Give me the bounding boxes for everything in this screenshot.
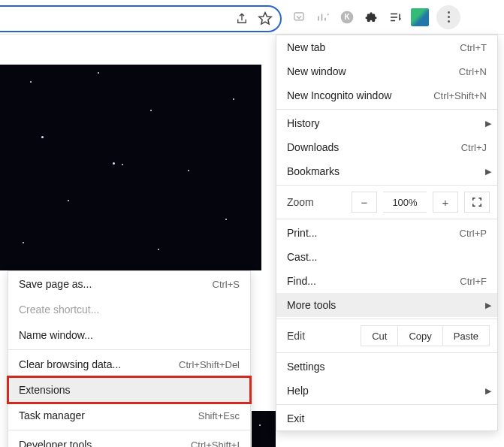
- menu-label: New window: [287, 65, 459, 77]
- menu-print[interactable]: Print... Ctrl+P: [276, 221, 497, 245]
- extension-stats-icon[interactable]: [315, 9, 331, 26]
- menu-label: Name window...: [19, 329, 240, 341]
- menu-new-tab[interactable]: New tab Ctrl+T: [276, 35, 497, 59]
- extension-k-icon[interactable]: K: [339, 9, 355, 26]
- chevron-right-icon: ▶: [485, 119, 491, 128]
- submenu-name-window[interactable]: Name window...: [8, 322, 250, 348]
- zoom-in-button[interactable]: +: [433, 192, 458, 213]
- menu-downloads[interactable]: Downloads Ctrl+J: [276, 135, 497, 159]
- zoom-out-button[interactable]: −: [352, 192, 377, 213]
- menu-label: New Incognito window: [287, 89, 433, 101]
- page-content-strip: [252, 411, 276, 447]
- menu-label: Developer tools: [19, 439, 191, 447]
- menu-zoom-row: Zoom − 100% +: [276, 187, 497, 217]
- menu-shortcut: Ctrl+J: [461, 142, 487, 153]
- menu-label: Create shortcut...: [19, 304, 240, 316]
- menu-shortcut: Ctrl+S: [213, 279, 240, 290]
- fullscreen-button[interactable]: [464, 192, 490, 213]
- menu-edit-row: Edit Cut Copy Paste: [276, 321, 497, 351]
- zoom-value: 100%: [383, 192, 427, 213]
- omnibox[interactable]: [0, 5, 282, 32]
- menu-label: Cast...: [287, 251, 487, 263]
- svg-text:K: K: [344, 13, 350, 21]
- menu-label: Extensions: [19, 384, 240, 396]
- menu-separator: [276, 352, 497, 353]
- menu-separator: [276, 404, 497, 405]
- menu-separator: [276, 185, 497, 186]
- submenu-save-page[interactable]: Save page as... Ctrl+S: [8, 271, 250, 297]
- menu-label: Exit: [287, 412, 487, 424]
- bookmark-star-icon[interactable]: [258, 11, 273, 26]
- menu-shortcut: Shift+Esc: [198, 410, 240, 421]
- submenu-clear-data[interactable]: Clear browsing data... Ctrl+Shift+Del: [8, 352, 250, 377]
- menu-shortcut: Ctrl+Shift+I: [191, 439, 240, 448]
- menu-find[interactable]: Find... Ctrl+F: [276, 269, 497, 293]
- page-content-area: [0, 65, 261, 270]
- menu-kebab-button[interactable]: [436, 5, 460, 29]
- menu-separator: [276, 319, 497, 319]
- menu-label: Settings: [287, 361, 487, 373]
- menu-settings[interactable]: Settings: [276, 355, 497, 379]
- menu-new-window[interactable]: New window Ctrl+N: [276, 59, 497, 83]
- submenu-developer-tools[interactable]: Developer tools Ctrl+Shift+I: [8, 432, 250, 447]
- extensions-puzzle-icon[interactable]: [363, 9, 379, 26]
- menu-separator: [276, 109, 497, 110]
- toolbar-right-icons: K: [282, 5, 504, 29]
- menu-help[interactable]: Help ▶: [276, 379, 497, 403]
- menu-label: Help: [287, 385, 487, 397]
- reading-list-icon[interactable]: [387, 9, 403, 26]
- menu-shortcut: Ctrl+P: [460, 228, 487, 239]
- menu-label: More tools: [287, 299, 487, 311]
- menu-label: Task manager: [19, 409, 198, 421]
- browser-toolbar: K: [0, 0, 504, 35]
- menu-shortcut: Ctrl+N: [459, 66, 487, 77]
- share-icon[interactable]: [235, 12, 249, 26]
- profile-avatar[interactable]: [411, 8, 429, 26]
- submenu-task-manager[interactable]: Task manager Shift+Esc: [8, 403, 250, 428]
- menu-label: New tab: [287, 41, 460, 53]
- copy-button[interactable]: Copy: [397, 325, 442, 346]
- main-menu: New tab Ctrl+T New window Ctrl+N New Inc…: [276, 35, 498, 431]
- menu-label: Find...: [287, 275, 460, 287]
- menu-label: History: [287, 117, 487, 129]
- zoom-label: Zoom: [287, 196, 346, 208]
- menu-new-incognito[interactable]: New Incognito window Ctrl+Shift+N: [276, 83, 497, 107]
- menu-exit[interactable]: Exit: [276, 406, 497, 430]
- extension-pocket-icon[interactable]: [291, 9, 307, 26]
- menu-bookmarks[interactable]: Bookmarks ▶: [276, 159, 497, 183]
- menu-history[interactable]: History ▶: [276, 111, 497, 135]
- menu-separator: [276, 219, 497, 219]
- menu-shortcut: Ctrl+Shift+Del: [179, 359, 240, 370]
- menu-label: Print...: [287, 227, 460, 239]
- menu-label: Downloads: [287, 141, 461, 153]
- submenu-extensions[interactable]: Extensions: [8, 377, 250, 403]
- menu-label: Save page as...: [19, 278, 213, 290]
- menu-separator: [8, 430, 250, 430]
- url-input[interactable]: [0, 8, 235, 29]
- menu-separator: [8, 349, 250, 350]
- chevron-right-icon: ▶: [485, 167, 491, 177]
- chevron-right-icon: ▶: [485, 301, 491, 310]
- menu-more-tools[interactable]: More tools ▶: [276, 293, 497, 317]
- submenu-create-shortcut: Create shortcut...: [8, 297, 250, 322]
- cut-button[interactable]: Cut: [361, 325, 398, 346]
- more-tools-submenu: Save page as... Ctrl+S Create shortcut..…: [8, 270, 251, 447]
- menu-cast[interactable]: Cast...: [276, 245, 497, 269]
- menu-shortcut: Ctrl+Shift+N: [433, 90, 487, 101]
- menu-label: Bookmarks: [287, 165, 487, 177]
- menu-label: Clear browsing data...: [19, 358, 179, 370]
- paste-button[interactable]: Paste: [442, 325, 490, 346]
- menu-shortcut: Ctrl+T: [460, 42, 487, 53]
- chevron-right-icon: ▶: [485, 386, 491, 396]
- edit-label: Edit: [287, 330, 361, 342]
- menu-shortcut: Ctrl+F: [460, 276, 487, 287]
